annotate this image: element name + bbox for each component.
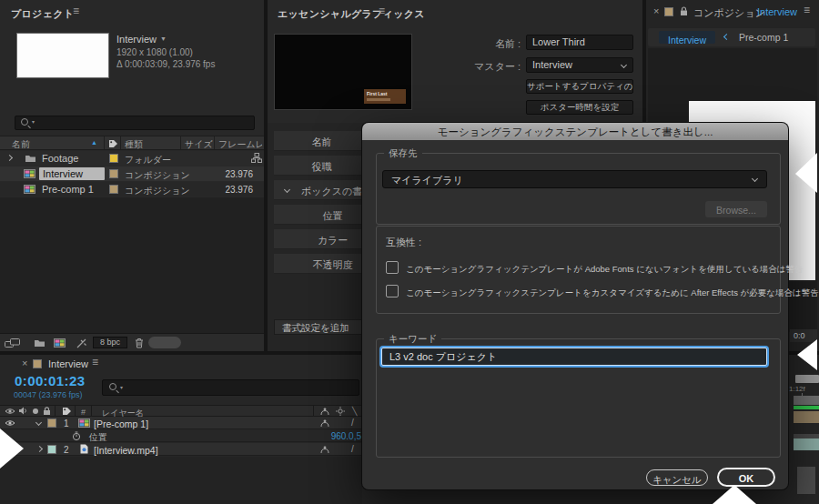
shy-toggle-icon[interactable] (320, 446, 329, 454)
label-column-icon[interactable] (62, 407, 72, 416)
folder-icon (25, 154, 36, 163)
twirl-open-icon[interactable] (35, 419, 42, 426)
chevron-down-icon (621, 62, 627, 68)
current-timecode[interactable]: 0:00:01:23 (15, 373, 85, 388)
col-number[interactable]: # (81, 408, 86, 417)
set-poster-time-button[interactable]: ポスター時間を設定 (526, 100, 633, 115)
breadcrumb-current[interactable]: Interview (659, 31, 715, 44)
row-name[interactable]: Pre-comp 1 (42, 184, 94, 195)
col-name[interactable]: 名前 (12, 138, 30, 151)
label-color-swatch[interactable] (109, 154, 118, 163)
table-row-interview[interactable]: Interview コンポジション 23.976 (0, 166, 264, 181)
expand-chevron-icon[interactable] (6, 155, 13, 161)
lock-icon[interactable] (680, 6, 688, 16)
warn-ae-required-checkbox[interactable] (386, 285, 399, 297)
eye-icon[interactable] (5, 419, 15, 427)
eg-name-input[interactable]: Lower Third (526, 35, 633, 50)
motion-blur-column-icon[interactable] (336, 407, 345, 416)
new-folder-icon[interactable] (34, 338, 46, 348)
lock-column-icon[interactable] (43, 407, 51, 416)
composition-icon (78, 418, 90, 428)
adjustment-icon[interactable] (76, 338, 87, 348)
warn-fonts-checkbox[interactable] (386, 261, 399, 274)
label-color-swatch[interactable] (109, 185, 118, 194)
project-toolbar: 8 bpc (0, 333, 264, 351)
project-settings-icon[interactable] (5, 338, 20, 348)
layer-label-swatch[interactable] (47, 445, 56, 454)
layer-row-2[interactable]: 2 [Interview.mp4] / (0, 443, 362, 456)
layer-name[interactable]: [Interview.mp4] (94, 445, 158, 456)
new-composition-icon[interactable] (54, 338, 66, 348)
comp-panel-menu-icon[interactable]: ≡ (804, 5, 810, 15)
quality-toggle-icon[interactable]: / (351, 444, 354, 454)
timeline-tab-name[interactable]: Interview (48, 358, 88, 369)
eye-column-icon[interactable] (5, 408, 15, 415)
chevron-down-icon[interactable] (284, 186, 290, 193)
item-name-caret-icon[interactable]: ▼ (160, 35, 167, 42)
shy-toggle-icon[interactable] (320, 419, 329, 428)
layer1-duration-bar[interactable] (794, 411, 819, 423)
layer2-duration-bar[interactable] (794, 438, 819, 450)
label-color-swatch[interactable] (109, 169, 118, 178)
project-item-name[interactable]: Interview (116, 34, 157, 45)
project-search-input[interactable]: ▾ (15, 116, 255, 130)
ok-button[interactable]: OK (717, 468, 775, 487)
position-property-row[interactable]: 位置 960.0,5 (0, 429, 362, 442)
work-area-bar[interactable] (794, 396, 819, 405)
table-row-precomp[interactable]: Pre-comp 1 コンポジション 23.976 (0, 182, 264, 197)
eg-panel-title: エッセンシャルグラフィックス (278, 7, 425, 21)
row-name-selected[interactable]: Interview (39, 167, 105, 180)
horizontal-scrollbar[interactable] (148, 337, 181, 348)
comp-tab-label[interactable]: コンポジション (693, 6, 765, 20)
dialog-titlebar[interactable]: モーショングラフィックステンプレートとして書き出し... (362, 123, 788, 140)
shy-column-icon[interactable] (320, 408, 329, 416)
comp-tab-name[interactable]: Interview (757, 6, 797, 17)
layer-name[interactable]: [Pre-comp 1] (94, 418, 148, 429)
supported-properties-button[interactable]: サポートするプロパティのみ (526, 79, 633, 94)
project-table-header: 名前 ▲ 種類 サイズ フレームレ... (0, 136, 264, 150)
stopwatch-icon[interactable] (72, 431, 81, 441)
col-size[interactable]: サイズ (185, 138, 213, 151)
project-item-thumbnail[interactable] (16, 33, 109, 78)
solo-column-icon[interactable] (33, 408, 38, 414)
tab-close-icon[interactable]: × (22, 358, 27, 368)
twirl-closed-icon[interactable] (36, 446, 43, 452)
row-name[interactable]: Footage (42, 153, 78, 164)
cancel-button[interactable]: キャンセル (646, 469, 708, 486)
bpc-button[interactable]: 8 bpc (93, 337, 127, 348)
timeline-search-input[interactable]: ▾ (102, 379, 359, 396)
sort-ascending-icon[interactable]: ▲ (91, 139, 97, 146)
layer-label-swatch[interactable] (47, 418, 56, 428)
quality-toggle-icon[interactable]: / (351, 418, 354, 428)
property-name[interactable]: 位置 (89, 431, 107, 444)
col-framerate[interactable]: フレームレ... (218, 138, 262, 151)
col-type[interactable]: 種類 (125, 138, 143, 151)
quality-column-icon[interactable]: ╲ (352, 407, 357, 416)
keyword-input[interactable] (381, 348, 767, 366)
audio-column-icon[interactable] (18, 407, 27, 415)
composition-icon (24, 185, 35, 194)
layer-number: 2 (64, 445, 69, 455)
eg-master-select[interactable]: Interview (526, 57, 633, 73)
comp-label-swatch[interactable] (664, 7, 673, 16)
browse-button[interactable]: Browse... (705, 201, 767, 217)
breadcrumb-parent[interactable]: Pre-comp 1 (739, 32, 788, 43)
destination-dropdown[interactable]: マイライブラリ (382, 170, 767, 188)
timeline-ruler-box (795, 375, 819, 383)
label-column-icon[interactable] (108, 139, 118, 148)
project-panel-menu-icon[interactable]: ≡ (73, 6, 79, 15)
breadcrumb-back-icon[interactable] (723, 34, 730, 40)
timeline-label-swatch[interactable] (33, 359, 42, 368)
layer-row-1[interactable]: 1 [Pre-comp 1] / (0, 417, 362, 429)
tab-close-icon[interactable]: × (653, 5, 659, 16)
comp-toolbar-timecode[interactable]: 0:0 (790, 329, 817, 342)
table-row-footage[interactable]: Footage フォルダー (0, 151, 264, 166)
timeline-panel-menu-icon[interactable]: ≡ (92, 358, 98, 367)
trash-icon[interactable] (135, 338, 144, 348)
property-value[interactable]: 960.0,5 (313, 431, 361, 441)
timeline-scrollbar[interactable] (797, 467, 815, 494)
eg-panel-menu-icon[interactable]: ≡ (379, 6, 385, 15)
flowchart-icon[interactable] (251, 153, 262, 163)
project-item-time: Δ 0:00:03:09, 23.976 fps (116, 59, 215, 69)
search-icon (21, 118, 28, 126)
